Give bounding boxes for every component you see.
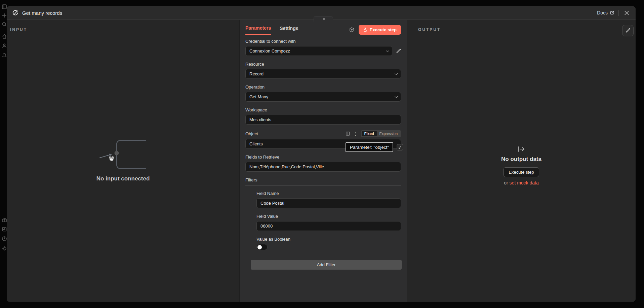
- operation-value: Get Many: [249, 94, 268, 99]
- chevron-down-icon: [395, 95, 398, 98]
- filter-name-label: Field Name: [256, 191, 401, 196]
- split-columns-icon[interactable]: [346, 131, 350, 136]
- header-divider: [618, 10, 619, 16]
- execute-step-label: Execute step: [370, 27, 397, 32]
- input-empty-state: No input connected: [7, 138, 239, 182]
- pencil-icon: [625, 28, 631, 33]
- kebab-menu-icon[interactable]: ⋮: [353, 131, 358, 136]
- field-filter-name: Field Name: [256, 191, 401, 208]
- docs-label: Docs: [597, 10, 608, 15]
- object-label: Object: [245, 131, 258, 136]
- node-icon: [12, 10, 18, 16]
- filter-value-input[interactable]: [256, 221, 401, 231]
- operation-select[interactable]: Get Many: [245, 92, 401, 102]
- set-mock-data-link[interactable]: set mock data: [510, 180, 539, 185]
- grab-cursor-icon: [109, 156, 114, 161]
- input-connector-graphic[interactable]: [96, 138, 150, 171]
- filter-name-input[interactable]: [256, 198, 401, 208]
- panel-icon[interactable]: [2, 4, 7, 9]
- search-icon[interactable]: [2, 22, 7, 27]
- resource-label: Resource: [245, 62, 401, 67]
- credential-label: Credential to connect with: [245, 39, 401, 44]
- mode-fixed[interactable]: Fixed: [362, 131, 377, 136]
- credential-value: Connexion Compozz: [249, 48, 290, 54]
- home-icon[interactable]: [2, 34, 7, 39]
- fields-list: Credential to connect with Connexion Com…: [240, 35, 407, 270]
- credential-select[interactable]: Connexion Compozz: [245, 46, 392, 56]
- output-empty-state: No output data Execute step or set mock …: [407, 146, 636, 185]
- bell-icon[interactable]: [2, 53, 7, 58]
- field-workspace: Workspace: [245, 107, 401, 125]
- retrieve-label: Fields to Retrieve: [245, 155, 401, 160]
- workspace-input[interactable]: [245, 115, 401, 125]
- tab-settings[interactable]: Settings: [280, 26, 298, 34]
- value-as-boolean-toggle[interactable]: [256, 244, 268, 250]
- operation-label: Operation: [245, 84, 401, 90]
- filters-section-title: Filters: [245, 177, 401, 186]
- no-output-title: No output data: [501, 156, 541, 163]
- filter-value-label: Field Value: [256, 214, 401, 219]
- chart-icon[interactable]: [2, 227, 7, 232]
- field-resource: Resource Record: [245, 62, 401, 79]
- add-filter-button[interactable]: Add Filter: [251, 260, 402, 270]
- output-edit-pencil-button[interactable]: [622, 25, 634, 36]
- no-input-text: No input connected: [96, 175, 150, 182]
- users-icon[interactable]: [2, 43, 7, 48]
- or-text: or: [504, 180, 508, 185]
- external-link-icon: [610, 10, 614, 15]
- parameters-panel: Parameters Settings Execute step Credent…: [239, 20, 407, 302]
- settings-icon[interactable]: [2, 246, 7, 251]
- retrieve-input[interactable]: [245, 162, 401, 172]
- docs-link[interactable]: Docs: [597, 10, 614, 15]
- workspace-label: Workspace: [245, 107, 401, 112]
- app-sidebar: [0, 0, 7, 308]
- close-icon[interactable]: [623, 9, 630, 16]
- help-icon[interactable]: [2, 236, 7, 241]
- value-as-boolean-label: Value as Boolean: [256, 237, 401, 242]
- resource-select[interactable]: Record: [245, 69, 401, 79]
- output-panel: OUTPUT No output data Execute step or se…: [407, 20, 636, 302]
- chevron-down-icon: [386, 49, 389, 52]
- mode-expression[interactable]: Expression: [377, 131, 400, 136]
- field-object: Object ⋮ Fixed Expression: [245, 130, 401, 149]
- expand-editor-icon[interactable]: [397, 144, 403, 150]
- parameter-tooltip: Parameter: "object": [346, 142, 393, 152]
- output-arrow-icon: [517, 146, 526, 152]
- tabs-row: Parameters Settings Execute step: [240, 20, 407, 35]
- schema-cube-icon[interactable]: [349, 27, 355, 33]
- tab-parameters[interactable]: Parameters: [245, 25, 271, 35]
- gift-icon[interactable]: [2, 217, 7, 223]
- fixed-expression-toggle: Fixed Expression: [361, 130, 401, 137]
- flask-icon: [363, 28, 367, 32]
- output-execute-step-button[interactable]: Execute step: [504, 167, 539, 177]
- field-filter-value: Field Value: [256, 214, 401, 231]
- node-title: Get many records: [22, 10, 62, 16]
- plus-icon[interactable]: [2, 13, 7, 18]
- credential-edit-pencil-icon[interactable]: [396, 48, 401, 54]
- field-credential: Credential to connect with Connexion Com…: [245, 39, 401, 56]
- panel-drag-handle[interactable]: [314, 16, 333, 22]
- output-caption: OUTPUT: [418, 27, 441, 32]
- execute-step-button[interactable]: Execute step: [359, 25, 401, 35]
- chevron-down-icon: [395, 72, 398, 75]
- field-retrieve: Fields to Retrieve: [245, 155, 401, 172]
- field-operation: Operation Get Many: [245, 84, 401, 102]
- input-panel: INPUT No input connected: [7, 20, 239, 302]
- field-value-as-boolean: Value as Boolean: [256, 237, 401, 250]
- input-caption: INPUT: [10, 27, 27, 32]
- resource-value: Record: [249, 71, 264, 76]
- node-detail-modal: Get many records Docs INPUT: [7, 6, 636, 302]
